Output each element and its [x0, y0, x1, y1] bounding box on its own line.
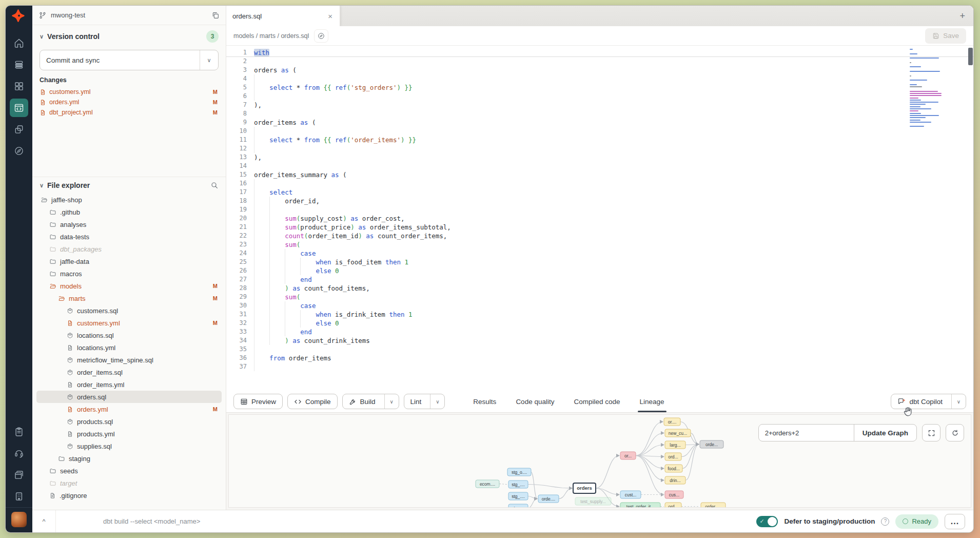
lineage-node-grayOrde[interactable]: orde...: [700, 440, 723, 448]
lineage-node-yOr[interactable]: or....: [664, 418, 680, 426]
line-number: 25: [226, 258, 247, 266]
fullscreen-button[interactable]: [922, 424, 940, 441]
lineage-node-stg_3[interactable]: stg_....: [508, 504, 528, 507]
tree-item-locations-sql[interactable]: locations.sql: [36, 329, 222, 341]
lineage-node-testoi[interactable]: test_order_it...: [620, 503, 660, 507]
tree-item-staging[interactable]: staging: [36, 452, 222, 465]
changed-file-row[interactable]: customers.ymlM: [40, 87, 219, 97]
changed-file-row[interactable]: dbt_project.ymlM: [40, 107, 219, 118]
tree-item-products-yml[interactable]: products.yml: [36, 428, 222, 440]
lineage-node-yOrd2[interactable]: ord...: [665, 503, 681, 507]
lineage-selector-input[interactable]: 2+orders+2: [759, 425, 854, 441]
lineage-node-cust[interactable]: cust...: [620, 491, 641, 498]
tree-item-locations-yml[interactable]: locations.yml: [36, 341, 222, 354]
command-input[interactable]: dbt build --select <model_name>: [56, 517, 200, 525]
tree-item-products-sql[interactable]: products.sql: [36, 415, 222, 428]
command-expand-caret[interactable]: ^: [32, 510, 56, 532]
tab-results[interactable]: Results: [473, 391, 496, 412]
lineage-node-yNew[interactable]: new_cu...: [665, 429, 691, 437]
editor-minimap[interactable]: [910, 49, 943, 130]
tab-orders-sql[interactable]: orders.sql ×: [226, 6, 340, 26]
lineage-node-orP[interactable]: or...: [620, 452, 636, 459]
lineage-node-stg_2[interactable]: stg_....: [508, 492, 528, 500]
changed-file-row[interactable]: orders.ymlM: [40, 97, 219, 107]
commit-and-sync-button[interactable]: Commit and sync ∨: [40, 50, 219, 70]
compile-button[interactable]: Compile: [287, 394, 338, 409]
help-icon[interactable]: ?: [881, 517, 889, 526]
branch-name[interactable]: mwong-test: [51, 11, 85, 19]
tree-item-supplies-sql[interactable]: supplies.sql: [36, 440, 222, 452]
save-button[interactable]: Save: [925, 28, 966, 44]
chevron-down-icon[interactable]: ∨: [40, 182, 44, 189]
lineage-node-stg_o[interactable]: stg_o....: [507, 468, 531, 476]
tree-item-customers-sql[interactable]: customers.sql: [36, 304, 222, 317]
tree-item--github[interactable]: .github: [36, 206, 222, 218]
tree-item-seeds[interactable]: seeds: [36, 465, 222, 477]
defer-toggle[interactable]: ✓: [756, 516, 778, 527]
tree-item--gitignore[interactable]: .gitignore: [36, 489, 222, 502]
lineage-node-pinkCus[interactable]: cus...: [665, 491, 683, 498]
lineage-node-yDrin[interactable]: drin...: [665, 476, 685, 484]
projects-icon[interactable]: [10, 120, 28, 139]
code-text: order_items as (: [247, 118, 973, 127]
clipboard-icon[interactable]: [10, 422, 28, 441]
lineage-node-yLarg[interactable]: larg...: [665, 441, 685, 449]
lineage-node-yOrder2[interactable]: order_...: [701, 503, 726, 507]
code-editor[interactable]: 1with23orders as (45 select * from {{ re…: [226, 46, 973, 391]
dashboard-grid-icon[interactable]: [10, 77, 28, 95]
organization-building-icon[interactable]: [10, 487, 28, 506]
dbt-logo-icon[interactable]: [6, 6, 32, 28]
tree-item-customers-yml[interactable]: customers.ymlM: [36, 317, 222, 329]
user-avatar[interactable]: [6, 507, 32, 532]
build-button[interactable]: Build ∨: [342, 394, 399, 409]
tab-compiled-code[interactable]: Compiled code: [574, 391, 620, 412]
copilot-dropdown[interactable]: ∨: [951, 394, 966, 409]
commit-dropdown[interactable]: ∨: [200, 50, 218, 70]
lineage-node-stg_1[interactable]: stg_....: [508, 481, 528, 488]
support-headset-icon[interactable]: [10, 444, 28, 463]
lineage-node-ordeB[interactable]: orde....: [538, 495, 559, 503]
lineage-node-orders[interactable]: orders: [573, 483, 596, 493]
tree-item-marts[interactable]: martsM: [36, 292, 222, 304]
lineage-node-test_sup[interactable]: test_supply...: [575, 497, 611, 505]
tree-item-macros[interactable]: macros: [36, 267, 222, 280]
tree-item-target[interactable]: target: [36, 477, 222, 489]
tree-item-order-items-sql[interactable]: order_items.sql: [36, 366, 222, 378]
lineage-node-yOrd[interactable]: ord...: [665, 453, 681, 460]
more-options-button[interactable]: ...: [945, 514, 965, 529]
preview-button[interactable]: Preview: [233, 394, 283, 409]
lineage-node-ecom[interactable]: ecom....: [476, 480, 499, 488]
tab-code-quality[interactable]: Code quality: [516, 391, 554, 412]
tree-item-orders-yml[interactable]: orders.ymlM: [36, 403, 222, 415]
docs-browser-icon[interactable]: [10, 466, 28, 484]
lineage-compass-button[interactable]: [314, 29, 328, 43]
close-icon[interactable]: ×: [326, 12, 335, 21]
update-graph-button[interactable]: Update Graph: [854, 425, 916, 441]
editor-scrollbar[interactable]: [968, 46, 973, 391]
tree-item-data-tests[interactable]: data-tests: [36, 230, 222, 243]
deploy-stack-icon[interactable]: [10, 55, 28, 74]
tab-lineage[interactable]: Lineage: [640, 391, 664, 412]
tree-item-jaffle-shop[interactable]: jaffle-shop: [36, 194, 222, 206]
refresh-button[interactable]: [946, 424, 964, 441]
tree-item-analyses[interactable]: analyses: [36, 218, 222, 230]
tree-item-dbt-packages[interactable]: dbt_packages: [36, 243, 222, 255]
lint-button[interactable]: Lint ∨: [404, 394, 445, 409]
home-icon[interactable]: [10, 34, 28, 52]
develop-code-icon[interactable]: [10, 99, 28, 117]
chevron-down-icon[interactable]: ∨: [40, 33, 44, 40]
tree-item-metricflow-time-spine-sql[interactable]: metricflow_time_spine.sql: [36, 354, 222, 366]
copy-icon[interactable]: [211, 11, 220, 20]
tree-item-orders-sql[interactable]: orders.sql: [36, 391, 222, 403]
line-number: 21: [226, 223, 247, 232]
tree-item-models[interactable]: modelsM: [36, 280, 222, 292]
tree-item-order-items-yml[interactable]: order_items.yml: [36, 378, 222, 391]
scrollbar-thumb[interactable]: [968, 48, 973, 65]
tree-item-jaffle-data[interactable]: jaffle-data: [36, 255, 222, 267]
new-tab-button[interactable]: +: [951, 11, 973, 22]
lint-dropdown[interactable]: ∨: [430, 394, 444, 409]
explore-compass-icon[interactable]: [10, 142, 28, 160]
lineage-node-yFood[interactable]: food...: [665, 465, 682, 472]
build-dropdown[interactable]: ∨: [384, 394, 399, 409]
search-icon[interactable]: [210, 181, 219, 189]
